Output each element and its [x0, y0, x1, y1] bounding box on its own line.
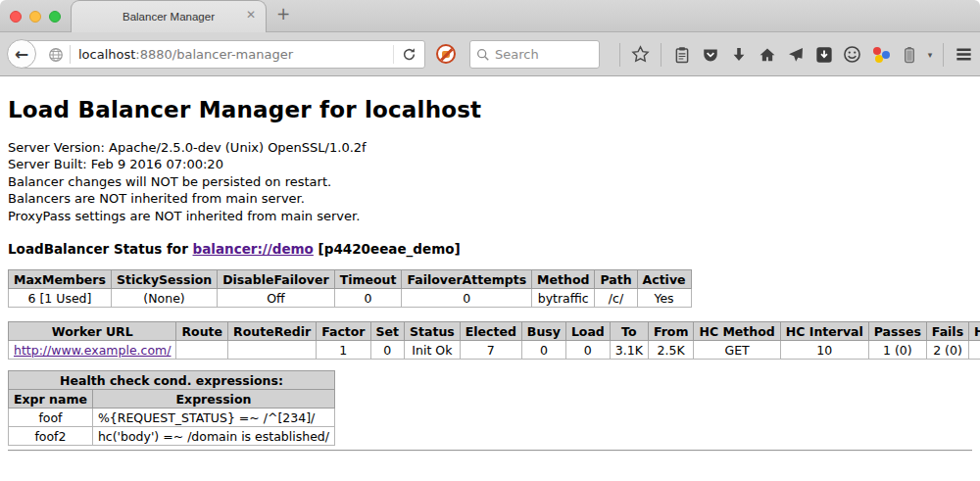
- download-arrow-icon[interactable]: [724, 32, 753, 76]
- url-host: localhost: [78, 47, 135, 62]
- menu-hamburger-icon[interactable]: [950, 32, 978, 76]
- zoom-window-button[interactable]: [49, 11, 61, 23]
- page-title: Load Balancer Manager for localhost: [8, 76, 972, 122]
- health-table-title: Health check cond. expressions:: [9, 371, 335, 390]
- table-title-row: Health check cond. expressions:: [9, 371, 335, 390]
- square-download-icon[interactable]: [809, 32, 838, 76]
- color-dots-icon[interactable]: [866, 32, 895, 76]
- search-input[interactable]: [495, 47, 583, 62]
- navigation-toolbar: ← localhost:8880/balancer-manager: [0, 32, 980, 76]
- url-path: :8880/balancer-manager: [135, 47, 293, 62]
- balancer-summary-table: MaxMembers StickySession DisableFailover…: [8, 269, 692, 308]
- table-header-row: Worker URL Route RouteRedir Factor Set S…: [9, 322, 980, 341]
- back-button[interactable]: ←: [7, 39, 36, 69]
- plugin-block-icon[interactable]: [436, 44, 456, 64]
- worker-table: Worker URL Route RouteRedir Factor Set S…: [8, 321, 980, 360]
- clipboard-icon[interactable]: [667, 32, 696, 76]
- new-tab-button[interactable]: +: [276, 6, 290, 23]
- browser-window: Balancer Manager ✕ + ← localhost:8880/ba…: [0, 0, 980, 481]
- table-row: 6 [1 Used] (None) Off 0 0 bytraffic /c/ …: [9, 289, 692, 308]
- urlbar-separator: [70, 45, 71, 64]
- home-icon[interactable]: [753, 32, 781, 76]
- page-content: Load Balancer Manager for localhost Serv…: [0, 76, 980, 481]
- url-bar[interactable]: localhost:8880/balancer-manager: [22, 40, 425, 69]
- tab-balancer-manager[interactable]: Balancer Manager ✕: [71, 0, 267, 32]
- battery-icon[interactable]: [895, 32, 923, 76]
- minimize-window-button[interactable]: [29, 11, 41, 23]
- server-version-line: Server Version: Apache/2.5.0-dev (Unix) …: [8, 139, 972, 156]
- proxypass-note-line: ProxyPass settings are NOT inherited fro…: [8, 208, 972, 224]
- bookmark-star-icon[interactable]: [626, 32, 655, 76]
- balancer-demo-link[interactable]: balancer://demo: [193, 241, 314, 257]
- close-window-button[interactable]: [10, 11, 22, 23]
- server-built-line: Server Built: Feb 9 2016 07:00:20: [8, 156, 972, 172]
- health-check-table: Health check cond. expressions: Expr nam…: [8, 370, 335, 446]
- smiley-icon[interactable]: [838, 32, 866, 76]
- pocket-icon[interactable]: [696, 32, 724, 76]
- inherit-note-line: Balancers are NOT inherited from main se…: [8, 190, 972, 207]
- table-header-row: Expr name Expression: [9, 390, 335, 409]
- table-header-row: MaxMembers StickySession DisableFailover…: [9, 270, 692, 289]
- tab-bar: Balancer Manager ✕ +: [0, 0, 980, 32]
- bottom-divider: [8, 450, 972, 452]
- url-text[interactable]: localhost:8880/balancer-manager: [78, 47, 393, 62]
- toolbar-icon-row: ▾: [613, 32, 980, 76]
- tab-title: Balancer Manager: [122, 11, 215, 23]
- table-row: foof2 hc('body') =~ /domain is establish…: [9, 427, 335, 446]
- loadbalancer-status-heading: LoadBalancer Status for balancer://demo …: [8, 241, 972, 257]
- worker-url-link[interactable]: http://www.example.com/: [14, 343, 171, 358]
- send-plane-icon[interactable]: [781, 32, 809, 76]
- persist-note-line: Balancer changes will NOT be persisted o…: [8, 173, 972, 190]
- search-bar[interactable]: [469, 40, 600, 69]
- window-controls: [10, 11, 61, 23]
- search-icon: [476, 48, 490, 62]
- reload-button[interactable]: [393, 45, 424, 64]
- table-row: foof %{REQUEST_STATUS} =~ /^[234]/: [9, 409, 335, 427]
- server-info: Server Version: Apache/2.5.0-dev (Unix) …: [8, 139, 972, 224]
- dropdown-caret-icon[interactable]: ▾: [923, 32, 937, 76]
- tab-close-icon[interactable]: ✕: [246, 9, 256, 21]
- table-row: http://www.example.com/ 1 0 Init Ok 7 0 …: [9, 341, 980, 360]
- globe-icon: [48, 47, 64, 63]
